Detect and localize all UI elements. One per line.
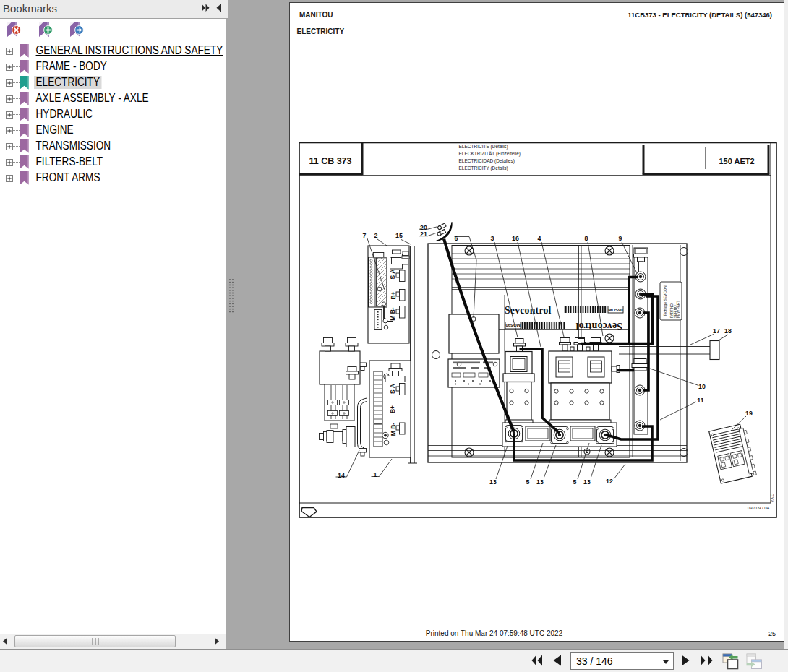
svg-text:Printed on Thu Mar 24 07:59:4: Printed on Thu Mar 24 07:59:48 UTC 2022 [426,629,563,637]
svg-text:18: 18 [724,327,732,335]
svg-text:ELECTRICIDAD (Detalles): ELECTRICIDAD (Detalles) [459,158,515,164]
svg-text:25: 25 [768,630,776,637]
svg-text:13: 13 [489,478,497,486]
svg-text:15: 15 [395,232,403,239]
svg-text:B+: B+ [389,405,396,413]
svg-text:5: 5 [573,478,577,486]
svg-text:17: 17 [713,327,720,335]
svg-text:7: 7 [363,232,367,239]
svg-text:13: 13 [536,478,544,486]
svg-text:M B-: M B- [390,423,397,436]
svg-text:S A: S A [389,384,396,394]
svg-text:4: 4 [538,235,541,242]
svg-text:12: 12 [606,478,613,485]
svg-text:19: 19 [745,410,753,417]
svg-text:ELECTRICITY (Details): ELECTRICITY (Details) [459,165,508,171]
svg-text:16: 16 [512,235,519,242]
svg-text:6: 6 [455,235,458,242]
svg-text:1: 1 [374,471,377,478]
svg-text:9: 9 [619,235,622,242]
svg-text:10: 10 [698,383,706,390]
svg-text:3: 3 [491,235,494,242]
svg-text:MOS90: MOS90 [608,308,623,312]
svg-text:ELECKTRIZITÄT (Einzelteile): ELECKTRIZITÄT (Einzelteile) [459,151,521,157]
svg-text:09 / 09 / 04: 09 / 09 / 04 [748,506,770,510]
svg-text:11 CB 373: 11 CB 373 [309,156,351,166]
svg-text:13: 13 [583,478,591,486]
svg-text:S A: S A [389,270,396,280]
svg-text:Techlogo SEVCON: Techlogo SEVCON [663,285,667,316]
svg-text:B+: B+ [390,291,397,299]
svg-text:NEW PART: NEW PART [677,301,680,318]
svg-text:2: 2 [374,232,378,239]
svg-text:8: 8 [585,235,588,242]
svg-text:ELECTRICITY: ELECTRICITY [297,27,345,35]
svg-text:P.A.O: P.A.O [770,494,774,503]
svg-text:11CB373 - ELECTRICITY (DETAILS: 11CB373 - ELECTRICITY (DETAILS) (547346) [628,11,772,19]
svg-text:MANITOU: MANITOU [299,11,333,19]
svg-text:ELECTRICITE (Détails): ELECTRICITE (Détails) [459,144,508,150]
svg-text:5: 5 [526,478,530,486]
svg-text:150 AET2: 150 AET2 [719,157,754,165]
svg-text:11: 11 [697,397,703,404]
svg-text:14: 14 [338,472,345,479]
svg-text:M B-: M B- [389,307,396,321]
svg-text:Sevcontrol: Sevcontrol [575,321,622,332]
svg-text:MOS90: MOS90 [505,323,521,327]
svg-text:21: 21 [420,231,427,238]
